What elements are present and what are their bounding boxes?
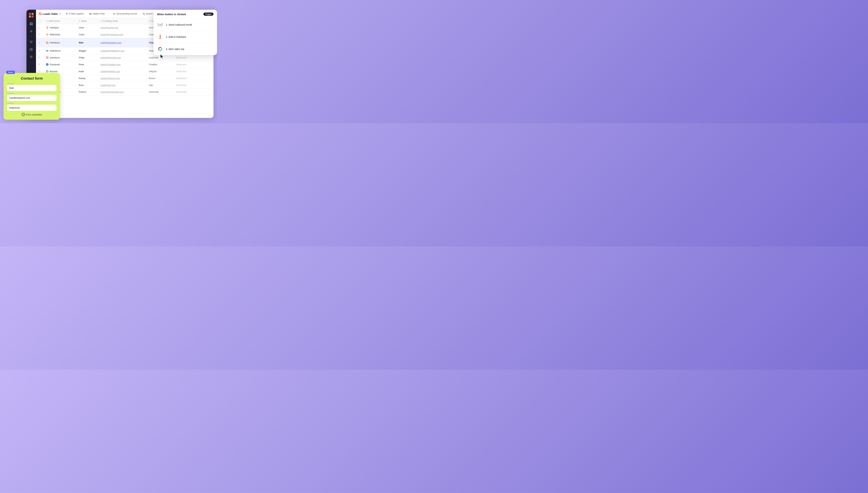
- form-email-input[interactable]: [7, 95, 57, 101]
- row-name-3: Matt: [76, 38, 98, 47]
- svg-rect-48: [46, 43, 47, 44]
- sidebar-icon-filter[interactable]: [28, 39, 34, 45]
- filter-button[interactable]: 4 Filters applied: [64, 12, 85, 16]
- row-source-2: Mailchimp: [43, 31, 76, 38]
- svg-rect-4: [30, 22, 31, 24]
- automation-item-email[interactable]: 1. Send outbound email: [154, 19, 217, 31]
- svg-rect-2: [29, 16, 31, 18]
- row-company-5: LiveChat: [147, 54, 174, 61]
- automation-panel: When button is clicked Trigger 1. Send o…: [154, 10, 217, 55]
- svg-rect-34: [79, 20, 80, 22]
- col-name: Name: [76, 18, 98, 24]
- row-action-9: Email sent: [174, 82, 214, 89]
- svg-rect-79: [161, 50, 162, 51]
- svg-point-45: [48, 34, 48, 35]
- svg-line-72: [160, 38, 161, 39]
- status-badge-6: Email sent: [176, 63, 186, 66]
- svg-rect-20: [39, 14, 40, 15]
- gmail-icon: [157, 22, 163, 28]
- row-action-7: Email sent: [174, 68, 214, 75]
- svg-line-22: [60, 14, 60, 14]
- automation-item-slack[interactable]: 3. Alert sales rep: [154, 43, 217, 55]
- form-submitted-status: ✓ Form submitted: [7, 113, 57, 116]
- row-company-9: Zap: [147, 82, 174, 89]
- status-badge-9: Email sent: [176, 84, 186, 86]
- row-name-1: Chris: [76, 24, 98, 31]
- row-action-10: Email sent: [174, 89, 214, 95]
- trigger-badge: Trigger: [203, 13, 214, 16]
- table-row: 8 Mailchimp Randy randy@boomr.com Boomr …: [36, 75, 214, 82]
- svg-rect-52: [46, 57, 47, 57]
- svg-point-14: [31, 49, 32, 50]
- form-field-name: [7, 83, 57, 91]
- app-logo[interactable]: [28, 13, 34, 18]
- form-card: Form Contact form ✓ Form submitted: [3, 73, 60, 120]
- svg-rect-3: [31, 16, 34, 18]
- svg-rect-38: [149, 20, 150, 22]
- row-email-3[interactable]: matt@helpdesk.com: [98, 38, 147, 47]
- svg-rect-53: [47, 57, 48, 57]
- row-source-5: Interfaces: [43, 54, 76, 61]
- sidebar-icon-settings[interactable]: [28, 54, 34, 60]
- sidebar-icon-grid[interactable]: [28, 21, 34, 27]
- svg-point-44: [47, 34, 47, 35]
- row-action-6: Email sent: [174, 61, 214, 68]
- row-name-10: Francis: [76, 89, 98, 95]
- status-badge-5: Email sent: [176, 57, 186, 59]
- row-email-8: randy@boomr.com: [98, 75, 147, 82]
- select-all-checkbox[interactable]: [39, 20, 41, 22]
- sidebar-icon-add[interactable]: [28, 28, 34, 34]
- row-name-5: Philip: [76, 54, 98, 61]
- svg-rect-80: [159, 50, 161, 51]
- svg-line-42: [47, 28, 48, 29]
- hubspot-icon: [157, 34, 163, 40]
- row-source-6: f Facebook: [43, 61, 76, 68]
- svg-rect-21: [40, 14, 42, 15]
- row-email-4: maggie@helpdesk.com: [98, 47, 147, 54]
- send-pending-button[interactable]: Send pending records: [112, 12, 138, 16]
- svg-rect-0: [29, 13, 31, 15]
- row-name-8: Randy: [76, 75, 98, 82]
- row-number-3: 3: [36, 38, 43, 47]
- table-row: 5 Interfaces Philip philip@livechat.com …: [36, 54, 214, 61]
- row-number-2: 2: [36, 31, 43, 38]
- table-row: 10 SF Salesforce Francis francis@coinsna…: [36, 89, 214, 95]
- row-email-5: philip@livechat.com: [98, 54, 147, 61]
- svg-text:B: B: [47, 71, 48, 72]
- row-email-6: peter@chatbot.com: [98, 61, 147, 68]
- row-name-2: Carla: [76, 31, 98, 38]
- form-name-input[interactable]: [7, 85, 57, 91]
- hidden-field-button[interactable]: Hidden Field: [88, 12, 106, 16]
- svg-rect-46: [46, 42, 47, 43]
- svg-line-31: [144, 14, 145, 15]
- svg-rect-7: [31, 24, 32, 25]
- sidebar-icon-eye[interactable]: [28, 47, 34, 52]
- svg-rect-54: [46, 58, 47, 59]
- automation-label-1: 1. Send outbound email: [166, 23, 192, 26]
- form-badge: Form: [6, 71, 15, 74]
- row-name-6: Peter: [76, 61, 98, 68]
- status-badge-7: Email sent: [176, 70, 186, 73]
- row-source-3: Interfaces: [43, 38, 76, 47]
- row-company-10: Coinsnap: [147, 89, 174, 95]
- status-badge-8: Email sent: [176, 77, 186, 80]
- svg-rect-6: [30, 24, 31, 25]
- automation-title: When button is clicked: [157, 13, 186, 16]
- row-number-6: 6: [36, 61, 43, 68]
- automation-item-hubspot[interactable]: 2. Add to HubSpot: [154, 31, 217, 43]
- row-name-9: Ruta: [76, 82, 98, 89]
- svg-point-15: [31, 56, 32, 57]
- svg-rect-77: [159, 47, 161, 48]
- svg-rect-49: [47, 43, 48, 44]
- row-email-10: francis@coinsnap.com: [98, 89, 147, 95]
- check-circle-icon: ✓: [22, 113, 25, 116]
- table-row: 7 B Bounce Katie rafael@jellyjar.com Jel…: [36, 68, 214, 75]
- row-name-4: Maggie: [76, 47, 98, 54]
- table-title: Leads Table: [39, 12, 61, 15]
- automation-label-3: 3. Alert sales rep: [166, 48, 184, 50]
- form-company-input[interactable]: [7, 105, 57, 111]
- sidebar-divider-2: [28, 62, 34, 62]
- col-company-email: Company email: [98, 18, 147, 24]
- svg-rect-19: [40, 13, 42, 14]
- form-title: Contact form: [7, 77, 57, 81]
